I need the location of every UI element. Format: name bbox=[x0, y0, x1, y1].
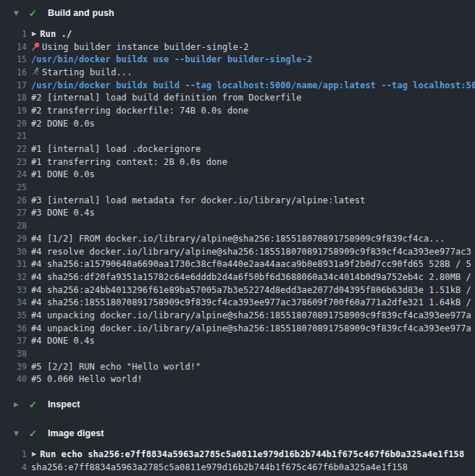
line-number[interactable]: 21 bbox=[0, 131, 27, 141]
log-section-build-and-push: ▼✓Build and push1▶Run ./14Using builder … bbox=[0, 3, 475, 386]
log-line: 24#1 DONE 0.0s bbox=[0, 169, 475, 182]
line-number[interactable]: 4 bbox=[0, 462, 27, 472]
line-number[interactable]: 17 bbox=[0, 80, 27, 90]
log-line-text: #4 sha256:df20fa9351a15782c64e6dddb2d4a6… bbox=[31, 272, 475, 282]
log-line: 38 bbox=[0, 347, 475, 360]
line-number[interactable]: 38 bbox=[0, 349, 27, 359]
chevron-right-icon[interactable]: ▶ bbox=[32, 31, 36, 37]
line-number[interactable]: 36 bbox=[0, 323, 27, 333]
log-line-text: #5 [2/2] RUN echo "Hello world!" bbox=[31, 362, 475, 372]
chevron-right-icon[interactable]: ▶ bbox=[32, 451, 36, 457]
log-line: 40#5 0.060 Hello world! bbox=[0, 373, 475, 386]
section-log-content: 1▶Run echo sha256:e7ff8834a5963a2785c5a0… bbox=[0, 443, 475, 473]
line-number[interactable]: 32 bbox=[0, 272, 27, 282]
line-number[interactable]: 18 bbox=[0, 93, 27, 103]
log-section-image-digest: ▼✓Image digest1▶Run echo sha256:e7ff8834… bbox=[0, 423, 475, 473]
line-number[interactable]: 14 bbox=[0, 42, 27, 52]
log-line: 39#5 [2/2] RUN echo "Hello world!" bbox=[0, 360, 475, 373]
line-number[interactable]: 37 bbox=[0, 336, 27, 346]
section-label: Image digest bbox=[48, 428, 104, 438]
check-icon: ✓ bbox=[29, 9, 38, 18]
line-number[interactable]: 26 bbox=[0, 195, 27, 205]
log-line: 25 bbox=[0, 181, 475, 194]
chevron-down-icon[interactable]: ▼ bbox=[14, 10, 21, 17]
log-line-text: #2 [internal] load build definition from… bbox=[31, 93, 475, 103]
log-line-text: /usr/bin/docker buildx build --tag local… bbox=[31, 80, 475, 90]
log-line: 1▶Run echo sha256:e7ff8834a5963a2785c5a0… bbox=[0, 448, 475, 461]
line-number[interactable]: 1 bbox=[0, 29, 27, 39]
section-header-build-and-push[interactable]: ▼✓Build and push bbox=[0, 3, 475, 23]
section-header-inspect[interactable]: ▶✓Inspect bbox=[0, 394, 475, 415]
log-line-text: #3 DONE 0.4s bbox=[31, 208, 475, 218]
line-number[interactable]: 19 bbox=[0, 106, 27, 116]
log-line: 15/usr/bin/docker buildx use --builder b… bbox=[0, 53, 475, 66]
section-header-image-digest[interactable]: ▼✓Image digest bbox=[0, 423, 475, 443]
line-number[interactable]: 20 bbox=[0, 119, 27, 129]
section-log-content: 1▶Run ./14Using builder instance builder… bbox=[0, 23, 475, 386]
log-line: 17/usr/bin/docker buildx build --tag loc… bbox=[0, 79, 475, 92]
line-number[interactable]: 22 bbox=[0, 144, 27, 154]
line-number[interactable]: 31 bbox=[0, 259, 27, 269]
log-line: 19#2 transferring dockerfile: 74B 0.0s d… bbox=[0, 104, 475, 117]
log-line-text: #2 transferring dockerfile: 74B 0.0s don… bbox=[31, 106, 475, 116]
log-line: 27#3 DONE 0.4s bbox=[0, 207, 475, 220]
line-number[interactable]: 39 bbox=[0, 362, 27, 372]
log-line: 26#3 [internal] load metadata for docker… bbox=[0, 194, 475, 207]
workflow-log: ▼✓Build and push1▶Run ./14Using builder … bbox=[0, 3, 475, 474]
log-section-inspect: ▶✓Inspect bbox=[0, 394, 475, 415]
pushpin-icon bbox=[31, 42, 41, 51]
log-line: 31#4 sha256:a15790640a6690aa1730c38cf0a4… bbox=[0, 258, 475, 271]
log-line-text: #4 resolve docker.io/library/alpine@sha2… bbox=[31, 247, 475, 257]
line-number[interactable]: 40 bbox=[0, 374, 27, 384]
log-line: 18#2 [internal] load build definition fr… bbox=[0, 91, 475, 104]
log-line-text: #4 sha256:a15790640a6690aa1730c38cf0a440… bbox=[31, 259, 475, 269]
log-line: 36#4 unpacking docker.io/library/alpine@… bbox=[0, 322, 475, 335]
log-line-text: /usr/bin/docker buildx use --builder bui… bbox=[31, 54, 475, 64]
line-number[interactable]: 34 bbox=[0, 297, 27, 307]
log-line-text: Run echo sha256:e7ff8834a5963a2785c5a081… bbox=[40, 449, 475, 459]
line-number[interactable]: 27 bbox=[0, 208, 27, 218]
log-line: 1▶Run ./ bbox=[0, 27, 475, 41]
check-icon: ✓ bbox=[29, 429, 38, 438]
log-line-text: #4 DONE 0.4s bbox=[31, 336, 475, 346]
line-number[interactable]: 35 bbox=[0, 310, 27, 320]
chevron-down-icon[interactable]: ▼ bbox=[14, 430, 21, 437]
log-line: 22#1 [internal] load .dockerignore bbox=[0, 143, 475, 156]
log-line-text: #1 transferring context: 2B 0.0s done bbox=[31, 157, 475, 167]
log-line: 20#2 DONE 0.0s bbox=[0, 117, 475, 130]
section-label: Inspect bbox=[48, 399, 80, 409]
log-line: 16Starting build... bbox=[0, 66, 475, 79]
line-number[interactable]: 30 bbox=[0, 247, 27, 257]
log-line-text: #1 DONE 0.0s bbox=[31, 169, 475, 179]
line-number[interactable]: 33 bbox=[0, 285, 27, 295]
log-line: 32#4 sha256:df20fa9351a15782c64e6dddb2d4… bbox=[0, 271, 475, 284]
log-line-text: #2 DONE 0.0s bbox=[31, 119, 475, 129]
log-line-text: #5 0.060 Hello world! bbox=[31, 374, 475, 384]
line-number[interactable]: 24 bbox=[0, 169, 27, 179]
log-line-text: #4 unpacking docker.io/library/alpine@sh… bbox=[31, 323, 475, 333]
log-line-text: #4 [1/2] FROM docker.io/library/alpine@s… bbox=[31, 234, 475, 244]
log-line-text: #4 sha256:185518070891758909c9f839cf4ca3… bbox=[31, 297, 475, 307]
log-line: 34#4 sha256:185518070891758909c9f839cf4c… bbox=[0, 296, 475, 309]
chevron-right-icon[interactable]: ▶ bbox=[14, 401, 21, 408]
line-number[interactable]: 16 bbox=[0, 67, 27, 77]
log-line: 23#1 transferring context: 2B 0.0s done bbox=[0, 156, 475, 169]
line-number[interactable]: 1 bbox=[0, 449, 27, 459]
log-line: 29#4 [1/2] FROM docker.io/library/alpine… bbox=[0, 232, 475, 245]
log-line: 4sha256:e7ff8834a5963a2785c5a0811e979d16… bbox=[0, 461, 475, 474]
log-line-text: #1 [internal] load .dockerignore bbox=[31, 144, 475, 154]
line-number[interactable]: 15 bbox=[0, 54, 27, 64]
line-number[interactable]: 29 bbox=[0, 234, 27, 244]
log-line: 30#4 resolve docker.io/library/alpine@sh… bbox=[0, 245, 475, 258]
line-number[interactable]: 25 bbox=[0, 182, 27, 192]
log-line-text: Starting build... bbox=[42, 67, 475, 77]
log-line: 28 bbox=[0, 219, 475, 232]
line-number[interactable]: 23 bbox=[0, 157, 27, 167]
log-line-text: sha256:e7ff8834a5963a2785c5a0811e979d16b… bbox=[31, 462, 475, 472]
log-line-text: #4 unpacking docker.io/library/alpine@sh… bbox=[31, 310, 475, 320]
log-line: 33#4 sha256:a24bb4013296f61e89ba57005a7b… bbox=[0, 284, 475, 297]
log-line-text: #4 sha256:a24bb4013296f61e89ba57005a7b3e… bbox=[31, 285, 475, 295]
log-line: 14Using builder instance builder-single-… bbox=[0, 41, 475, 54]
line-number[interactable]: 28 bbox=[0, 221, 27, 231]
log-line: 37#4 DONE 0.4s bbox=[0, 335, 475, 348]
